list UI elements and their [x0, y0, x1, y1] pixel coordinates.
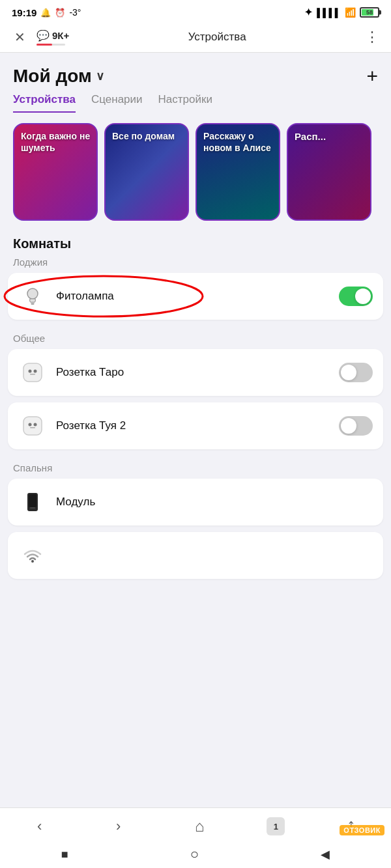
close-button[interactable]: ✕ [10, 29, 29, 45]
svg-rect-8 [23, 417, 42, 435]
svg-rect-2 [31, 303, 35, 305]
svg-point-9 [29, 423, 32, 427]
device-card-partial[interactable] [8, 532, 383, 579]
svg-rect-13 [29, 494, 36, 507]
status-left: 19:19 🔔 ⏰ -3° [12, 7, 81, 18]
story-label-3: Расскажу о новом в Алисе [203, 131, 275, 154]
obschee-label: Общее [0, 326, 391, 349]
svg-rect-11 [30, 427, 35, 428]
story-card-4[interactable]: Расп... [287, 123, 371, 221]
rozetka2-toggle[interactable] [339, 416, 373, 436]
bluetooth-icon: ✦ [304, 7, 313, 18]
browser-chrome: ✕ 💬 9К+ Устройства ⋮ [0, 22, 391, 53]
sys-home-button[interactable]: ○ [190, 846, 199, 863]
modul-name: Модуль [56, 496, 373, 509]
signal-icon: ▌▌▌▌ [317, 8, 341, 18]
phyto-card-wrapper: Фитолампа [0, 273, 391, 320]
story-label-1: Когда важно не шуметь [21, 131, 93, 154]
toggle-knob-2 [341, 418, 356, 434]
home-title-button[interactable]: Мой дом ∨ [13, 66, 104, 87]
home-title-text: Мой дом [13, 66, 92, 87]
rozetka2-name: Розетка Туя 2 [56, 419, 330, 432]
device-card-phyto[interactable]: Фитолампа [8, 273, 383, 320]
svg-point-0 [27, 288, 38, 299]
tabs-bar: Устройства Сценарии Настройки [0, 87, 391, 113]
rozetka1-toggle[interactable] [339, 363, 373, 382]
story-card-3[interactable]: Расскажу о новом в Алисе [195, 123, 280, 221]
story-card-2[interactable]: Все по домам [104, 123, 189, 221]
toggle-knob [355, 288, 371, 304]
svg-point-10 [34, 423, 37, 427]
lozhiya-label: Лоджия [0, 254, 391, 273]
tab-label: 💬 9К+ [36, 29, 69, 42]
battery-icon: 58 [360, 7, 379, 18]
battery-level: 58 [366, 9, 373, 16]
notification-icon: 🔔 [40, 8, 51, 18]
device-card-rozetka1[interactable]: Розетка Таро [8, 349, 383, 396]
sys-recent-button[interactable]: ■ [61, 848, 68, 861]
tab-count: 9К+ [52, 30, 69, 41]
app-container: Мой дом ∨ + Устройства Сценарии Настройк… [0, 53, 391, 579]
chevron-down-icon: ∨ [96, 69, 104, 83]
temp: -3° [69, 7, 81, 18]
browser-title: Устройства [77, 31, 357, 44]
status-right: ✦ ▌▌▌▌ 📶 58 [304, 7, 379, 18]
tab-scenarios[interactable]: Сценарии [91, 93, 143, 113]
stories-row: Когда важно не шуметь Все по домам Расск… [0, 113, 391, 231]
add-button[interactable]: + [366, 66, 378, 86]
chat-icon: 💬 [36, 29, 50, 42]
browser-menu-button[interactable]: ⋮ [365, 29, 381, 46]
phyto-name: Фитолампа [56, 290, 330, 303]
bottom-nav: ‹ › ⌂ 1 ⤴ [0, 807, 391, 842]
spalnya-label: Спальня [0, 456, 391, 479]
app-header: Мой дом ∨ + [0, 53, 391, 87]
wifi-device-icon [18, 541, 47, 570]
plug-icon-2 [18, 412, 47, 440]
browser-tab[interactable]: 💬 9К+ [36, 29, 69, 46]
story-label-4: Расп... [295, 131, 366, 143]
tab-settings[interactable]: Настройки [158, 93, 212, 113]
rooms-section-title: Комнаты [0, 231, 391, 254]
bulb-icon [18, 282, 47, 311]
system-bar: ■ ○ ◀ [0, 842, 391, 868]
story-card-1[interactable]: Когда важно не шуметь [13, 123, 98, 221]
watermark: ОТЗОВИК [340, 825, 384, 835]
module-icon [18, 488, 47, 516]
rozetka1-name: Розетка Таро [56, 366, 330, 379]
svg-point-5 [29, 370, 32, 373]
phyto-toggle[interactable] [339, 287, 373, 306]
svg-point-6 [34, 370, 37, 373]
toggle-knob-1 [341, 365, 356, 380]
device-card-rozetka2[interactable]: Розетка Туя 2 [8, 402, 383, 449]
tab-progress [36, 44, 65, 46]
device-card-modul[interactable]: Модуль [8, 479, 383, 525]
nav-forward-button[interactable]: › [104, 815, 132, 837]
nav-back-button[interactable]: ‹ [25, 815, 53, 837]
alarm-icon: ⏰ [55, 8, 65, 18]
svg-rect-1 [31, 302, 35, 303]
tab-devices[interactable]: Устройства [13, 93, 76, 113]
svg-rect-4 [23, 363, 42, 382]
sys-back-button[interactable]: ◀ [321, 847, 330, 861]
nav-tabs-button[interactable]: 1 [267, 817, 285, 835]
svg-point-15 [31, 560, 34, 563]
tab-progress-fill [36, 44, 52, 46]
story-label-2: Все по домам [112, 131, 184, 143]
status-bar: 19:19 🔔 ⏰ -3° ✦ ▌▌▌▌ 📶 58 [0, 0, 391, 22]
wifi-icon: 📶 [345, 7, 356, 18]
time: 19:19 [12, 7, 36, 18]
nav-home-button[interactable]: ⌂ [183, 815, 216, 838]
svg-rect-7 [30, 374, 35, 375]
plug-icon-1 [18, 358, 47, 387]
svg-rect-14 [30, 507, 35, 509]
